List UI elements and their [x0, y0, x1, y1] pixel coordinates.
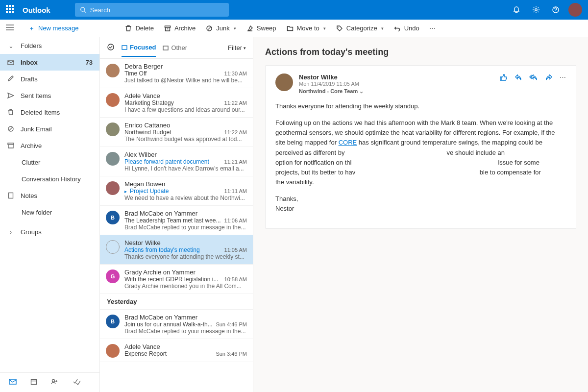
folder-label: Clutter [22, 159, 40, 166]
message-item[interactable]: Alex WilberPlease forward patent documen… [100, 147, 253, 176]
msg-preview: Thanks everyone for attending the weekly… [124, 253, 247, 260]
todo-icon[interactable] [73, 378, 80, 387]
message-item[interactable]: BBrad McCabe on YammerJoin us for our an… [100, 310, 253, 339]
search-box[interactable] [75, 3, 229, 17]
body-main: Following up on the actions we had this … [275, 118, 566, 187]
hamburger-icon[interactable] [6, 24, 18, 32]
sidebar-item-new-folder[interactable]: New folder [0, 204, 99, 220]
message-item[interactable]: Debra BergerTime Off11:30 AMJust talked … [100, 59, 253, 88]
recipient-list[interactable]: Northwind - Core Team ⌄ [299, 88, 494, 95]
folder-label: New folder [22, 209, 52, 216]
notifications-icon[interactable] [507, 0, 526, 20]
msg-preview: We need to have a review about the North… [124, 195, 247, 201]
forward-icon[interactable] [545, 74, 553, 95]
more-actions-icon[interactable]: ⋯ [560, 74, 566, 95]
junk-button[interactable]: Junk▾ [201, 23, 240, 34]
msg-from: Adele Vance [124, 92, 247, 99]
msg-preview: Just talked to @Nestor Wilke and he will… [124, 77, 247, 84]
chevron-right-icon: › [7, 228, 15, 236]
message-item[interactable]: GGrady Archie on YammerWith the recent G… [100, 265, 253, 294]
people-icon[interactable] [51, 378, 59, 387]
msg-preview: Brad McCabe replied to your message in t… [124, 224, 247, 231]
msg-time: Sun 3:46 PM [216, 351, 247, 357]
search-icon [80, 6, 86, 13]
sender-avatar [106, 122, 120, 136]
msg-preview: The Northwind budget was approved at tod… [124, 136, 247, 143]
msg-from: Adele Vance [124, 343, 247, 350]
sidebar-item-inbox[interactable]: Inbox73 [0, 54, 99, 71]
msg-time: 11:05 AM [224, 247, 247, 253]
sidebar-item-junk-email[interactable]: Junk Email [0, 121, 99, 137]
help-icon[interactable] [546, 0, 565, 20]
message-item[interactable]: BBrad McCabe on YammerThe Leadership Tea… [100, 206, 253, 235]
msg-time: 11:22 AM [224, 100, 247, 106]
msg-subject: Project Update [130, 188, 221, 195]
sidebar-folders-header[interactable]: ⌄ Folders [0, 37, 99, 54]
msg-from: Enrico Cattaneo [124, 122, 247, 129]
reply-all-icon[interactable] [529, 74, 538, 95]
sidebar-item-archive[interactable]: Archive [0, 137, 99, 154]
sidebar-item-drafts[interactable]: Drafts [0, 71, 99, 87]
new-message-button[interactable]: ＋New message [24, 23, 82, 34]
sidebar-item-deleted-items[interactable]: Deleted Items [0, 104, 99, 121]
msg-from: Debra Berger [124, 63, 247, 70]
msg-from: Alex Wilber [124, 151, 247, 158]
message-item[interactable]: Enrico CattaneoNorthwind Budget11:22 AMT… [100, 118, 253, 147]
sweep-button[interactable]: Sweep [242, 23, 280, 34]
message-item[interactable]: Nestor WilkeActions from today's meeting… [100, 235, 253, 265]
msg-subject: Marketing Strategy [124, 99, 221, 106]
sender-avatar [106, 64, 120, 77]
folder-label: Drafts [21, 75, 38, 83]
svg-rect-15 [9, 379, 16, 384]
sender-name: Nestor Wilke [299, 74, 494, 81]
filter-button[interactable]: Filter▾ [228, 44, 246, 51]
like-icon[interactable] [500, 74, 508, 95]
mail-icon[interactable] [9, 378, 17, 387]
archive-button[interactable]: Archive [160, 23, 199, 34]
sender-avatar [106, 93, 120, 107]
core-link[interactable]: CORE [339, 139, 357, 146]
sidebar-item-notes[interactable]: Notes [0, 187, 99, 204]
sender-avatar: B [106, 315, 120, 328]
select-all-icon[interactable] [107, 43, 115, 52]
msg-subject: Expense Report [124, 350, 213, 357]
message-item[interactable]: Adele VanceMarketing Strategy11:22 AMI h… [100, 88, 253, 118]
profile-avatar[interactable] [568, 3, 582, 17]
msg-preview: Grady Archie mentioned you in the All Co… [124, 283, 247, 290]
reply-icon[interactable] [514, 74, 522, 95]
msg-subject: Time Off [124, 70, 221, 77]
msg-time: 11:30 AM [224, 71, 247, 76]
select-circle-icon[interactable] [106, 240, 120, 254]
sidebar-item-conversation-history[interactable]: Conversation History [0, 171, 99, 187]
settings-icon[interactable] [526, 0, 546, 20]
sidebar-groups-header[interactable]: › Groups [0, 223, 99, 240]
folder-label: Junk Email [21, 125, 52, 133]
message-item[interactable]: Adele VanceExpense ReportSun 3:46 PM [100, 339, 253, 362]
waffle-icon[interactable] [6, 5, 16, 15]
calendar-icon[interactable] [30, 378, 37, 387]
reading-title: Actions from today's meeting [265, 47, 576, 57]
svg-point-2 [535, 9, 537, 11]
svg-point-19 [108, 44, 114, 50]
move-to-button[interactable]: Move to▾ [282, 23, 330, 34]
svg-rect-16 [31, 380, 37, 385]
sender-avatar: B [106, 211, 120, 224]
svg-rect-7 [165, 26, 170, 27]
undo-button[interactable]: Undo [390, 23, 423, 34]
tab-focused[interactable]: Focused [122, 44, 156, 57]
msg-subject: Join us for our annual Walk-a-th... [124, 321, 213, 328]
search-input[interactable] [90, 6, 224, 14]
sidebar-item-clutter[interactable]: Clutter [0, 154, 99, 171]
categorize-button[interactable]: Categorize▾ [332, 23, 388, 34]
message-item[interactable]: Megan Bowen▸Project Update11:11 AMWe nee… [100, 176, 253, 206]
msg-from: Grady Archie on Yammer [124, 269, 247, 276]
sent-date: Mon 11/4/2019 11:05 AM [299, 81, 494, 87]
body-intro: Thanks everyone for attending the weekly… [275, 101, 566, 111]
folder-label: Sent Items [21, 92, 51, 99]
delete-button[interactable]: Delete [121, 23, 158, 34]
more-icon[interactable]: ⋯ [425, 23, 440, 34]
tab-other[interactable]: Other [163, 44, 187, 56]
folder-label: Deleted Items [21, 109, 60, 116]
sidebar-item-sent-items[interactable]: Sent Items [0, 87, 99, 104]
svg-line-12 [9, 127, 13, 131]
